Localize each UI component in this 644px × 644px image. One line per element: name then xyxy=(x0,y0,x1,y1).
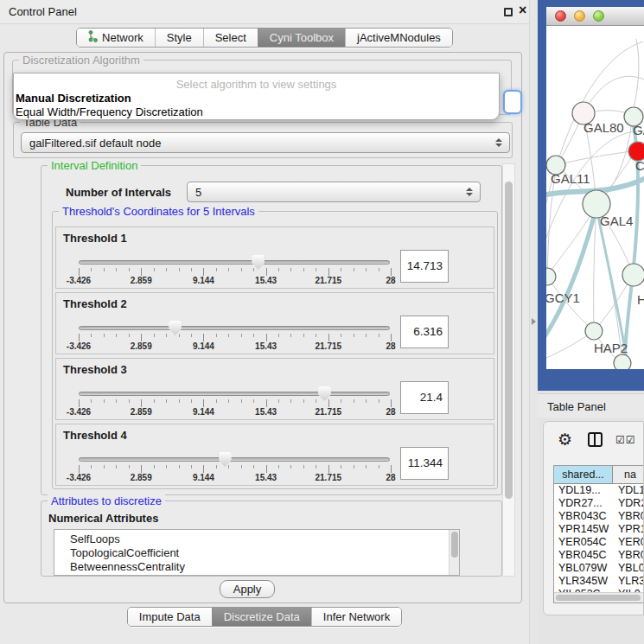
bottom-tabbar: Impute Data Discretize Data Infer Networ… xyxy=(0,607,529,627)
panel-divider-handle[interactable] xyxy=(532,318,536,325)
interval-definition-group: Interval Definition Number of Intervals … xyxy=(41,165,502,495)
slider-tick-labels: -3.426 2.859 9.144 15.43 21.715 28 xyxy=(79,407,391,418)
control-panel: Control Panel × Network Style Select xyxy=(0,0,529,644)
table-row[interactable]: YDL19... YDL1 xyxy=(554,484,644,497)
slider-ticks xyxy=(79,465,392,473)
tab-style[interactable]: Style xyxy=(155,29,203,47)
network-canvas[interactable]: GAL80 GA C GAL11 GAL4 GCY1 H HAP2 xyxy=(546,26,644,369)
label-partial-h: H xyxy=(637,292,644,307)
label-gal4: GAL4 xyxy=(600,214,633,228)
gear-icon[interactable]: ⚙ xyxy=(558,430,572,449)
attributes-group: Attributes to discretize Numerical Attri… xyxy=(41,501,502,577)
tab-impute-data[interactable]: Impute Data xyxy=(128,608,212,626)
tick-label: 9.144 xyxy=(193,473,214,482)
threshold-value-field[interactable]: 11.344 xyxy=(400,447,449,480)
threshold-label: Threshold 4 xyxy=(63,429,127,442)
label-hap2: HAP2 xyxy=(594,341,628,355)
algorithm-dropdown-popup: Select algorithm to view settings Manual… xyxy=(13,73,500,120)
tick-label: 28 xyxy=(386,473,395,482)
algorithm-combobox[interactable] xyxy=(503,90,522,114)
tick-label: 9.144 xyxy=(193,407,214,417)
tab-network[interactable]: Network xyxy=(77,29,155,47)
scrollbar-thumb[interactable] xyxy=(505,182,513,499)
tab-select[interactable]: Select xyxy=(203,29,258,47)
top-tabbar: Network Style Select Cyni Toolbox jActiv… xyxy=(0,28,529,48)
scrollbar-thumb[interactable] xyxy=(556,595,641,601)
number-of-intervals-label: Number of Intervals xyxy=(66,186,171,199)
label-gal11: GAL11 xyxy=(551,171,590,186)
threshold-slider-track[interactable] xyxy=(79,392,390,396)
group-title: Interval Definition xyxy=(48,159,141,172)
column-header-name[interactable]: na xyxy=(613,466,644,484)
number-of-intervals-combobox[interactable]: 5 xyxy=(187,182,481,202)
threshold-row: Threshold 2 -3.426 2.859 9.144 15.43 21.… xyxy=(55,292,494,354)
threshold-value-field[interactable]: 21.4 xyxy=(400,381,449,414)
tab-discretize-data[interactable]: Discretize Data xyxy=(212,608,311,626)
tick-label: 28 xyxy=(386,341,395,351)
threshold-label: Threshold 1 xyxy=(63,232,127,245)
columns-icon[interactable] xyxy=(588,432,603,447)
network-window-titlebar[interactable] xyxy=(546,7,644,26)
apply-button[interactable]: Apply xyxy=(220,580,275,598)
tick-label: -3.426 xyxy=(67,473,91,482)
cyni-main-panel: Discretization Algorithm Select algorith… xyxy=(3,52,522,603)
zoom-traffic-light[interactable] xyxy=(593,10,604,22)
threshold-slider-track[interactable] xyxy=(79,260,390,265)
tick-label: 2.859 xyxy=(131,407,152,417)
threshold-slider-track[interactable] xyxy=(79,457,390,462)
tick-label: 15.43 xyxy=(255,473,277,482)
table-row[interactable]: YPR145W YPR1 xyxy=(554,523,644,536)
table-horizontal-scrollbar[interactable] xyxy=(554,592,644,603)
tick-label: 15.43 xyxy=(255,407,277,417)
table-row[interactable]: YBR043C YBR0 xyxy=(554,510,644,523)
label-gal80: GAL80 xyxy=(583,120,624,135)
tab-cyni-toolbox[interactable]: Cyni Toolbox xyxy=(258,29,345,47)
node-bottom[interactable] xyxy=(614,354,631,369)
label-partial-ga: GA xyxy=(633,123,644,137)
network-view-frame: GAL80 GA C GAL11 GAL4 GCY1 H HAP2 xyxy=(538,0,644,391)
node-right-mid[interactable] xyxy=(622,264,644,286)
float-icon[interactable] xyxy=(504,8,513,16)
attributes-scrollbar[interactable] xyxy=(449,530,459,575)
threshold-value-field[interactable]: 6.316 xyxy=(400,316,449,348)
table-row[interactable]: YER054C YER0 xyxy=(554,536,644,549)
threshold-slider-track[interactable] xyxy=(79,326,390,330)
tab-infer-network[interactable]: Infer Network xyxy=(311,608,401,626)
thresholds-group: Threshold's Coordinates for 5 Intervals … xyxy=(52,211,498,489)
table-row[interactable]: YBR045C YBR0 xyxy=(554,549,644,562)
table-row[interactable]: YDR27... YDR2 xyxy=(554,497,644,510)
threshold-label: Threshold 2 xyxy=(63,297,127,310)
tick-label: 21.715 xyxy=(316,276,342,285)
close-traffic-light[interactable] xyxy=(555,10,566,22)
threshold-value-field[interactable]: 14.713 xyxy=(400,250,449,283)
tick-label: -3.426 xyxy=(67,407,91,417)
dropdown-item-equal-width[interactable]: Equal Width/Frequency Discretization xyxy=(16,105,203,118)
table-row[interactable]: YBL079W YBL0 xyxy=(554,562,644,575)
column-header-shared-name[interactable]: shared... xyxy=(554,466,613,484)
label-gcy1: GCY1 xyxy=(546,290,580,305)
select-columns-icons[interactable]: ☑☑ xyxy=(615,434,636,446)
attribute-list-item[interactable]: BetweennessCentrality xyxy=(54,560,448,574)
table-panel: ⚙ ☑☑ shared... na YDL19... YDL1 YDR27...… xyxy=(543,421,644,615)
table-panel-toolbar: ⚙ ☑☑ xyxy=(544,422,644,460)
attribute-list-item[interactable]: SelfLoops xyxy=(54,532,448,546)
tick-label: 28 xyxy=(386,407,395,417)
close-icon[interactable]: × xyxy=(519,3,526,18)
slider-tick-labels: -3.426 2.859 9.144 15.43 21.715 28 xyxy=(79,276,391,286)
table-rows: YDL19... YDL1 YDR27... YDR2 YBR043C YBR0… xyxy=(554,484,644,592)
node-gcy1[interactable] xyxy=(546,268,556,285)
table-row[interactable]: YLR345W YLR3 xyxy=(554,575,644,588)
attribute-list-item[interactable]: TopologicalCoefficient xyxy=(54,546,448,560)
panel-divider[interactable] xyxy=(529,0,538,644)
numerical-attributes-label: Numerical Attributes xyxy=(48,512,158,525)
tab-jactivemnodules[interactable]: jActiveMNodules xyxy=(345,29,452,47)
table-data-combobox[interactable]: galFiltered.sif default node xyxy=(21,132,510,153)
panel-title: Control Panel xyxy=(9,5,77,18)
minimize-traffic-light[interactable] xyxy=(574,10,585,22)
node-hap2[interactable] xyxy=(585,322,603,340)
main-vertical-scrollbar[interactable] xyxy=(502,163,515,577)
dropdown-item-manual[interactable]: Manual Discretization xyxy=(16,92,131,105)
tick-label: 2.859 xyxy=(131,473,152,482)
tick-label: 9.144 xyxy=(193,276,214,285)
attributes-list[interactable]: SelfLoops TopologicalCoefficient Between… xyxy=(54,529,460,576)
